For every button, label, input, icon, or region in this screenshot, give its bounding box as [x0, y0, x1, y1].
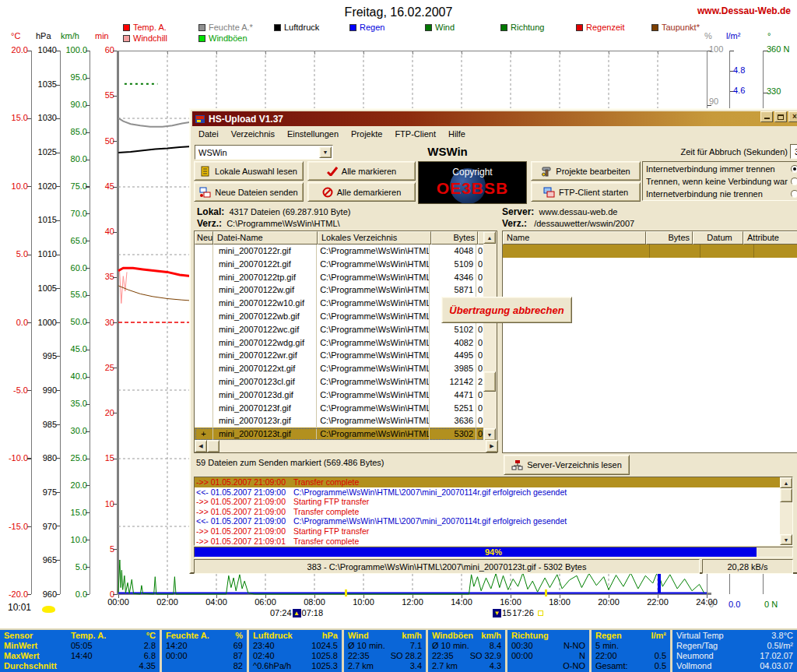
radio-row[interactable]: Trennen, wenn keine Verbindung war [646, 175, 797, 188]
log-line[interactable]: ->> 01.05.2007 21:09:00Transfer complete [195, 477, 792, 487]
menu-item[interactable]: Einstellungen [281, 128, 345, 140]
file-new-flag [195, 336, 213, 350]
table-row[interactable]: mini_20070123f.gif C:\Programme\WsWin\HT… [195, 402, 484, 415]
log-line[interactable]: <<- 01.05.2007 21:09:00C:\Programme\WsWi… [195, 516, 792, 526]
x-tick-label: 20:00 [592, 597, 625, 607]
table-row[interactable]: mini_20070122w.gif C:\Programme\WsWin\HT… [195, 283, 484, 297]
table-row[interactable]: mini_20070122r.gif C:\Programme\WsWin\HT… [195, 245, 484, 258]
log-line[interactable]: ->> 01.05.2007 21:09:01Transfer complete [195, 537, 792, 546]
file-dir: C:\Programme\WsWin\HTML [317, 245, 430, 258]
button-label: Server-Verzeichnis lesen [527, 460, 622, 470]
scrollbar-thumb[interactable] [483, 371, 496, 392]
scroll-up-icon[interactable]: ▲ [483, 231, 496, 244]
table-row[interactable]: mini_20070122wc.gif C:\Programme\WsWin\H… [195, 323, 484, 336]
axis-unit-wind: km/h [61, 31, 79, 40]
edit-projects-button[interactable]: Projekte bearbeiten [531, 161, 641, 181]
col-header-attr[interactable]: Attribute [743, 231, 797, 245]
legend-label: Windböen [209, 33, 248, 43]
dialog-titlebar[interactable]: HS-Upload V1.37 [192, 111, 797, 126]
table-row[interactable]: mini_20070123d.gif C:\Programme\WsWin\HT… [195, 389, 484, 402]
read-server-button[interactable]: Server-Verzeichnis lesen [504, 455, 630, 475]
local-info: Lokal: 4317 Dateien (69.287.910 Byte) [197, 206, 350, 217]
log-line[interactable]: ->> 01.05.2007 21:09:00Starting FTP tran… [195, 526, 792, 537]
button-label: Neue Dateien senden [215, 188, 297, 197]
radio-button[interactable] [791, 178, 797, 185]
table-row[interactable]: mini_20070122wdg.gif C:\Programme\WsWin\… [195, 336, 484, 350]
x-tick-label: 18:00 [543, 597, 576, 607]
table-row[interactable]: mini_20070123r.gif C:\Programme\WsWin\HT… [195, 414, 484, 427]
unmark-all-button[interactable]: Alle demarkieren [307, 182, 416, 202]
tick-label: 55.0 [71, 290, 87, 300]
horizontal-scrollbar[interactable]: ◀ ▶ [195, 440, 498, 452]
log-scrollbar[interactable]: ▲ ▼ [780, 477, 792, 545]
file-new-flag [195, 362, 213, 375]
axis-temp: 20.015.010.05.00.0-5.0-10.0-15.0-20.0 [6, 45, 28, 600]
file-name: mini_20070122r.gif [213, 245, 317, 258]
read-local-button[interactable]: Lokale Auswahl lesen [194, 161, 304, 181]
chevron-down-icon[interactable]: ▼ [319, 146, 332, 158]
table-row[interactable]: + mini_20070123t.gif C:\Programme\WsWin\… [195, 427, 484, 441]
scrollbar-thumb[interactable] [780, 488, 792, 502]
table-row[interactable]: mini_20070122xt.gif C:\Programme\WsWin\H… [195, 362, 484, 375]
cancel-transfer-button[interactable]: Übertragung abbrechen [441, 297, 572, 323]
info-label: Regen/Tag [676, 641, 718, 651]
table-row[interactable]: mini_20070123cl.gif C:\Programme\WsWin\H… [195, 375, 484, 389]
menu-item[interactable]: Datei [192, 128, 225, 140]
scrollbar-thumb[interactable] [207, 440, 219, 452]
menu-bar: DateiVerzeichnisEinstellungenProjekteFTP… [192, 127, 797, 141]
col-header-name[interactable]: Name [503, 231, 646, 245]
menu-item[interactable]: Verzeichnis [225, 128, 281, 140]
col-header-dir[interactable]: Lokales Verzeichnis [318, 231, 431, 245]
log-line[interactable]: ->> 01.05.2007 21:09:00Transfer complete [195, 507, 792, 517]
project-select[interactable]: WSWin ▼ [195, 145, 333, 160]
log-line[interactable]: <<- 01.05.2007 21:09:00C:\Programme\WsWi… [195, 487, 792, 498]
col-header-name[interactable]: Datei-Name [213, 231, 318, 245]
table-row[interactable]: mini_20070122tp.gif C:\Programme\WsWin\H… [195, 271, 484, 284]
table-row[interactable]: mini_20070122wr.gif C:\Programme\WsWin\H… [195, 349, 484, 362]
moonset-icon: ▼ [493, 609, 501, 617]
scroll-left-icon[interactable]: ◀ [195, 440, 207, 452]
file-new-flag [195, 283, 213, 297]
start-ftp-button[interactable]: FTP-Client starten [531, 182, 641, 202]
tick-label: 995 [43, 351, 57, 361]
maximize-button[interactable] [774, 111, 787, 122]
avg-value: 4.35 [139, 661, 156, 671]
radio-button[interactable] [791, 190, 797, 198]
col-header-bytes[interactable]: Bytes [646, 231, 693, 245]
close-button[interactable]: × [788, 111, 797, 122]
file-dir: C:\Programme\WsWin\HTML [317, 402, 430, 415]
log-line[interactable]: ->> 01.05.2007 21:09:00Starting FTP tran… [195, 497, 792, 507]
scroll-down-icon[interactable]: ▼ [483, 428, 496, 441]
read-local-icon [200, 166, 211, 177]
vertical-scrollbar[interactable]: ▲ ▼ [483, 231, 497, 441]
radio-row[interactable]: Internetverbindung immer trennen [646, 163, 797, 175]
scroll-up-icon[interactable]: ▲ [780, 477, 792, 488]
minimize-button[interactable] [760, 111, 773, 122]
sensor-unit: l/m² [651, 631, 666, 641]
send-new-button[interactable]: Neue Dateien senden [194, 182, 304, 202]
tick-label: -20.0 [9, 589, 28, 600]
menu-item[interactable]: FTP-Client [388, 128, 442, 140]
tick-label: 0.0 [729, 600, 740, 609]
tick-label: 5.0 [16, 249, 28, 259]
menu-item[interactable]: Projekte [345, 128, 388, 140]
log-message: C:\Programme\WsWin\HTML\2007\mini_200701… [293, 516, 567, 526]
server-selected-row[interactable] [503, 245, 797, 258]
col-header-bytes[interactable]: Bytes [431, 231, 478, 245]
no-entry-icon [322, 187, 333, 198]
mark-all-button[interactable]: Alle markieren [307, 161, 416, 181]
legend-swatch [198, 35, 205, 42]
radio-button-selected[interactable] [791, 165, 797, 173]
col-header-date[interactable]: Datum [693, 231, 743, 245]
sensor-row-labels: SensorMinWertMaxWertDurchschnitt [0, 630, 67, 672]
scroll-right-icon[interactable]: ▶ [486, 440, 498, 452]
abort-timeout-input[interactable]: 3 [790, 144, 797, 159]
scroll-down-icon[interactable]: ▼ [780, 534, 792, 545]
col-header-neu[interactable]: Neu [195, 231, 213, 245]
website-link[interactable]: www.Dessau-Web.de [697, 5, 791, 16]
log-message: Transfer complete [293, 477, 359, 487]
info-value: 04.03.07 [760, 661, 793, 671]
table-row[interactable]: mini_20070122t.gif C:\Programme\WsWin\HT… [195, 258, 484, 271]
radio-row[interactable]: Internetverbindung nie trennen [646, 188, 797, 200]
menu-item[interactable]: Hilfe [442, 128, 472, 140]
